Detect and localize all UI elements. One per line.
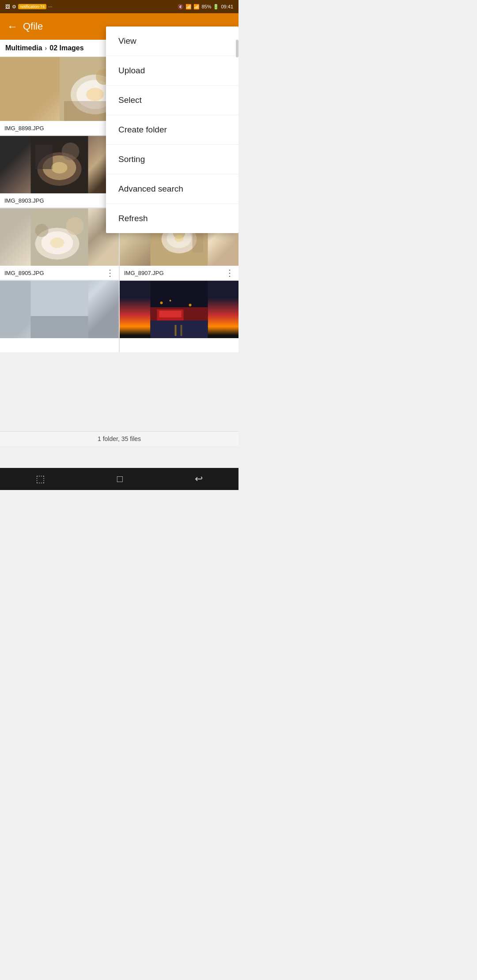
- menu-item-view[interactable]: View: [106, 26, 238, 56]
- svg-point-13: [62, 143, 80, 160]
- food-art-2: [0, 136, 119, 193]
- photo-icon: 🖼: [5, 4, 10, 9]
- menu-item-select[interactable]: Select: [106, 86, 238, 115]
- image-label-row: IMG_8903.JPG ⋮: [0, 193, 119, 207]
- footer-summary: 1 folder, 35 files: [0, 431, 238, 446]
- menu-item-upload[interactable]: Upload: [106, 56, 238, 86]
- menu-item-sorting[interactable]: Sorting: [106, 145, 238, 174]
- svg-point-43: [189, 304, 192, 306]
- nav-recent-button[interactable]: ⬚: [36, 473, 45, 485]
- image-filename: IMG_8905.JPG: [4, 270, 44, 276]
- svg-point-26: [35, 224, 49, 237]
- back-button[interactable]: ←: [7, 20, 18, 33]
- status-right-icons: 🔇 📶 📶 85% 🔋 09:41: [178, 4, 233, 10]
- svg-point-25: [50, 237, 64, 248]
- svg-point-7: [86, 88, 104, 101]
- svg-point-41: [160, 302, 163, 304]
- image-cell: IMG_8905.JPG ⋮: [0, 208, 119, 280]
- svg-point-32: [175, 235, 184, 242]
- svg-rect-44: [175, 325, 177, 336]
- image-cell: ⋮: [120, 281, 238, 352]
- svg-rect-12: [35, 145, 53, 169]
- more-icon: ···: [48, 4, 52, 9]
- svg-rect-35: [31, 316, 88, 338]
- signal-icon: 📶: [193, 4, 200, 10]
- mute-icon: 🔇: [178, 4, 184, 10]
- svg-rect-38: [151, 320, 208, 338]
- svg-rect-40: [159, 311, 182, 317]
- image-filename: IMG_8903.JPG: [4, 197, 44, 204]
- battery-icon: 🔋: [213, 4, 219, 10]
- wifi-icon: 📶: [186, 4, 192, 10]
- food-art-4: [0, 208, 119, 266]
- image-cell: ⋮: [0, 281, 119, 352]
- image-thumbnail[interactable]: [0, 281, 119, 338]
- weather-icon: ⚙: [12, 4, 16, 10]
- image-cell: IMG_8903.JPG ⋮: [0, 136, 119, 207]
- image-options-button[interactable]: ⋮: [106, 268, 114, 277]
- image-label-row: IMG_8907.JPG ⋮: [120, 266, 238, 280]
- context-menu: View Upload Select Create folder Sorting…: [106, 26, 238, 233]
- image-filename: IMG_8907.JPG: [124, 270, 164, 276]
- svg-point-42: [170, 300, 171, 302]
- image-label-row: ⋮: [0, 338, 119, 352]
- nav-home-button[interactable]: □: [117, 473, 123, 485]
- image-label-row: ⋮: [120, 338, 238, 352]
- battery-text: 85%: [201, 4, 211, 9]
- image-thumbnail[interactable]: [0, 136, 119, 193]
- svg-rect-45: [181, 325, 182, 336]
- svg-point-24: [66, 217, 84, 235]
- status-bar: 🖼 ⚙ notification-74 ··· 🔇 📶 📶 85% 🔋 09:4…: [0, 0, 238, 13]
- file-count-label: 1 folder, 35 files: [98, 435, 141, 442]
- breadcrumb-separator: ›: [45, 45, 47, 52]
- svg-point-14: [52, 162, 68, 173]
- image-filename: IMG_8898.JPG: [4, 125, 44, 132]
- notification-badge: notification-74: [18, 4, 46, 9]
- menu-item-create-folder[interactable]: Create folder: [106, 115, 238, 145]
- breadcrumb-parent[interactable]: Multimedia: [5, 44, 42, 52]
- scrollbar: [236, 40, 238, 57]
- time-display: 09:41: [221, 4, 233, 9]
- menu-item-advanced-search[interactable]: Advanced search: [106, 174, 238, 204]
- menu-item-refresh[interactable]: Refresh: [106, 204, 238, 233]
- nav-back-button[interactable]: ↩: [195, 473, 203, 485]
- status-left-icons: 🖼 ⚙ notification-74 ···: [5, 4, 52, 10]
- image-thumbnail[interactable]: [0, 208, 119, 266]
- svg-rect-34: [31, 281, 88, 316]
- image-options-button[interactable]: ⋮: [225, 268, 234, 277]
- navigation-bar: ⬚ □ ↩: [0, 468, 238, 490]
- gray-art: [0, 281, 119, 338]
- image-thumbnail[interactable]: [120, 281, 238, 338]
- breadcrumb-current: 02 Images: [49, 44, 83, 52]
- image-label-row: IMG_8905.JPG ⋮: [0, 266, 119, 280]
- city-art: [120, 281, 238, 338]
